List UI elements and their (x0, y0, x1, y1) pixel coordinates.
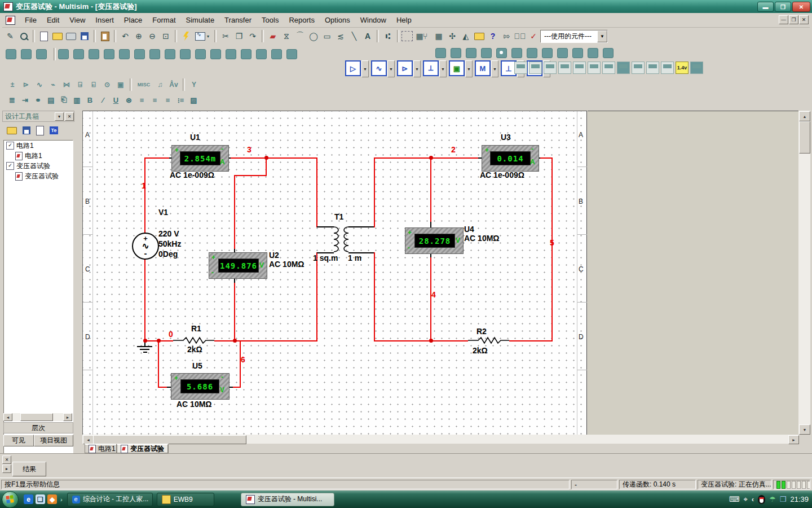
picture-icon[interactable]: ▨ (187, 94, 200, 106)
quicklaunch-app-icon[interactable]: ◆ (47, 494, 57, 504)
graphics-icon[interactable]: ⚭ (32, 94, 45, 106)
toolbar-block-icon[interactable] (6, 49, 16, 59)
image-icon[interactable]: ▤ (45, 94, 58, 106)
toolbox-hscrollbar[interactable]: ◄ ► (3, 413, 72, 421)
virtual-antenna-icon[interactable]: Y (187, 78, 201, 91)
r2-value[interactable]: 2kΩ (473, 346, 488, 355)
toolbar-block-icon[interactable] (542, 48, 553, 58)
tray-umbrella-icon[interactable]: ☂ (769, 495, 776, 503)
wire[interactable] (144, 157, 169, 159)
net-names-icon[interactable]: ≣ (6, 94, 19, 106)
cut-icon[interactable]: ✂ (219, 29, 232, 43)
toolbar-block-icon[interactable] (21, 49, 32, 59)
toolbar-block-icon[interactable] (180, 49, 191, 59)
net-label-4[interactable]: 4 (431, 290, 436, 299)
frame-icon[interactable]: ▥ (70, 94, 83, 106)
resistor-r1[interactable] (173, 336, 214, 344)
u4-setting[interactable]: AC 10MΩ (464, 234, 500, 243)
oscilloscope-icon[interactable] (558, 62, 571, 74)
u5-setting[interactable]: AC 10MΩ (176, 400, 212, 409)
virtual-misc-icon[interactable]: MISC (134, 78, 153, 91)
wire[interactable] (240, 340, 241, 388)
u2-ref[interactable]: U2 (269, 251, 279, 260)
analysis-icon[interactable]: ◭ (459, 29, 473, 43)
current-probe-icon[interactable] (690, 62, 703, 74)
u1-setting[interactable]: AC 1e-009Ω (170, 170, 214, 179)
wire[interactable] (230, 157, 316, 159)
wattmeter-icon[interactable] (544, 62, 557, 74)
scroll-down-icon[interactable]: ▼ (799, 424, 810, 435)
copy-icon[interactable]: ❐ (232, 29, 246, 43)
transistor-family-button[interactable]: ⟂▼ (423, 60, 447, 77)
toolbar-block-icon[interactable] (119, 49, 130, 59)
word-generator-icon[interactable] (617, 62, 630, 74)
toolbar-block-icon[interactable] (557, 48, 568, 58)
wire[interactable] (374, 157, 375, 227)
wire[interactable] (374, 340, 468, 341)
wire[interactable] (430, 157, 431, 222)
toolbox-new-icon[interactable] (36, 126, 44, 135)
analog-family-button[interactable]: ▷▼ (345, 60, 369, 77)
taskbar-button-forum[interactable]: e 综合讨论 - 工控人家... (67, 493, 153, 506)
toolbar-block-icon[interactable] (496, 48, 507, 58)
hourglass-icon[interactable]: ⧖ (280, 29, 293, 43)
scroll-thumb[interactable] (20, 413, 53, 421)
toolbar-block-icon[interactable] (165, 49, 175, 59)
zoom-probe-icon[interactable] (17, 29, 30, 43)
redo-icon[interactable]: ↷ (246, 29, 259, 43)
tray-mic-icon[interactable]: ⌖ (743, 495, 747, 504)
zoom-full-icon[interactable]: ⊡ (159, 29, 173, 43)
scroll-up-icon[interactable]: ▲ (799, 111, 810, 121)
save-icon[interactable] (78, 29, 91, 43)
iv-analyzer-icon[interactable] (661, 62, 674, 74)
wire[interactable] (509, 340, 552, 341)
close-button[interactable]: ✕ (792, 2, 810, 12)
mdi-close-button[interactable]: ✕ (799, 15, 809, 24)
paste-icon[interactable] (98, 29, 112, 43)
tree-item-transformer-test[interactable]: ✓ 变压器试验 (4, 161, 73, 171)
toolbar-block-icon[interactable] (451, 48, 461, 58)
minimize-button[interactable]: ▬ (757, 2, 774, 12)
sheet-tab-transformer-test[interactable]: 变压器试验 (116, 444, 169, 454)
menu-transfer[interactable]: Transfer (219, 14, 257, 26)
v1-phase[interactable]: 0Deg (158, 249, 178, 259)
v1-ref[interactable]: V1 (158, 208, 168, 217)
diode-family-button[interactable]: ⊳▼ (397, 60, 421, 77)
bullet-list-icon[interactable]: ⁝≡ (174, 94, 187, 106)
toolbox-save-icon[interactable] (23, 126, 30, 134)
title-bar[interactable]: 变压器试验 - Multisim - [变压器试验] ▬ ❐ ✕ (0, 0, 812, 13)
u3-ref[interactable]: U3 (501, 133, 511, 142)
component-wizard-icon[interactable]: ✣ (445, 29, 459, 43)
virtual-meter-icon[interactable]: Åv (167, 78, 180, 91)
scroll-left-icon[interactable]: ◄ (3, 413, 12, 421)
maximize-button[interactable]: ❐ (775, 2, 791, 12)
wire[interactable] (374, 252, 375, 341)
u2-setting[interactable]: AC 10MΩ (269, 260, 304, 269)
v1-freq[interactable]: 50kHz (158, 239, 181, 248)
virtual-diode-icon[interactable]: ⊳ (19, 78, 33, 91)
help-icon[interactable]: ? (486, 29, 500, 43)
tree-item-circuit1-sheet[interactable]: 电路1 (4, 151, 73, 161)
toolbox-collapse-icon[interactable]: ▾ (55, 112, 64, 121)
virtual-switch-icon[interactable]: ⌁ (46, 78, 60, 91)
toolbar-block-icon[interactable] (588, 48, 598, 58)
u1-ref[interactable]: U1 (190, 133, 200, 142)
grapher-icon[interactable]: ▼ (193, 29, 212, 43)
wire[interactable] (316, 157, 317, 227)
rectangle-icon[interactable]: ▭ (320, 29, 334, 43)
toolbar-block-icon[interactable] (134, 49, 145, 59)
run-simulation-icon[interactable] (179, 29, 193, 43)
arc-icon[interactable]: ⌒ (293, 29, 307, 43)
wire[interactable] (158, 387, 167, 388)
voltmeter-u4[interactable]: + - V 28.278 (405, 227, 464, 254)
virtual-display-icon[interactable]: ▣ (114, 78, 127, 91)
zoom-in-icon[interactable]: ⊕ (132, 29, 145, 43)
wire[interactable] (234, 175, 235, 249)
tray-collapse-icon[interactable]: ‹ (752, 495, 754, 503)
wire[interactable] (374, 157, 478, 159)
wire[interactable] (234, 175, 267, 176)
clipboard-icon[interactable]: ⎗ (58, 94, 70, 106)
dropdown-arrow-icon[interactable]: ▼ (597, 30, 607, 42)
align-left-icon[interactable]: ≡ (135, 94, 148, 106)
wire[interactable] (551, 157, 553, 341)
